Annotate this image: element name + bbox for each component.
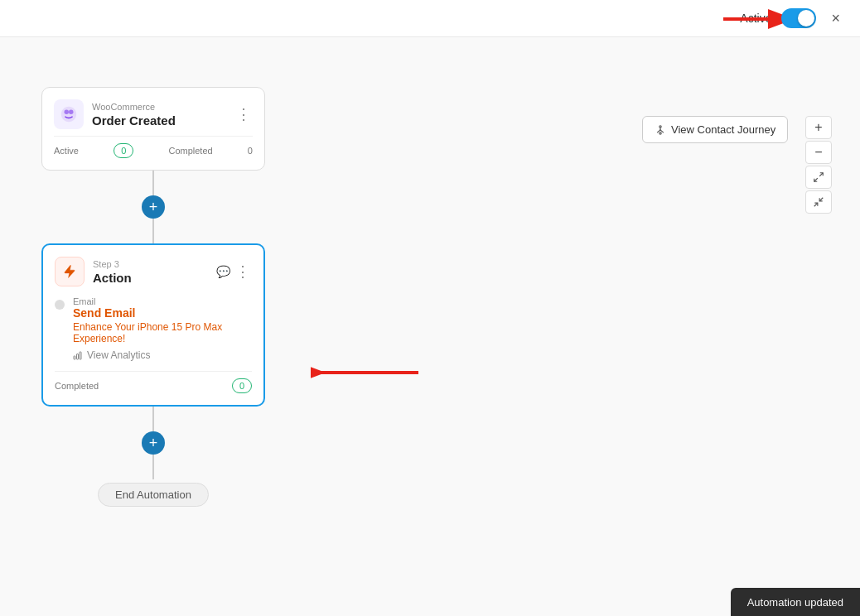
action-menu-button[interactable]: ⋮ [234,264,252,279]
connector-line-2 [152,219,154,243]
active-toggle[interactable] [781,8,816,28]
svg-point-12 [69,110,74,115]
connector-line-1 [152,171,154,195]
analytics-icon [73,350,83,360]
svg-rect-15 [80,352,81,359]
connector-2: + [142,407,165,479]
trigger-node-header: WooCommerce Order Created ⋮ [54,99,253,129]
analytics-label: View Analytics [87,349,150,361]
trigger-title: Order Created [92,113,226,128]
trigger-menu-button[interactable]: ⋮ [234,107,253,122]
svg-line-8 [814,178,818,181]
action-icon [55,257,85,286]
svg-point-11 [65,110,70,115]
connector-1: + [142,171,165,243]
connector-line-4 [152,455,154,479]
close-button[interactable]: × [826,9,845,27]
svg-line-9 [814,203,818,206]
zoom-fit2-button[interactable] [805,190,832,214]
end-automation-label: End Automation [115,488,191,501]
zoom-controls: + − [805,116,832,214]
trigger-node-footer: Active 0 Completed 0 [54,136,253,158]
end-automation-node: End Automation [98,483,209,507]
action-email-name: Send Email [73,306,252,320]
action-title: Action [93,271,132,285]
expand-icon [813,171,824,183]
lightning-icon [62,264,77,279]
action-content: Email Send Email Enhance Your iPhone 15 … [73,296,252,361]
trigger-active-count: 0 [114,143,133,158]
action-email-desc: Enhance Your iPhone 15 Pro Max Experienc… [73,321,252,344]
automation-canvas: View Contact Journey + − [0,37,860,616]
view-contact-journey-button[interactable]: View Contact Journey [642,116,788,143]
svg-point-4 [659,132,661,133]
trigger-completed-count: 0 [248,146,253,156]
action-inner: Email Send Email Enhance Your iPhone 15 … [55,290,252,368]
automation-updated-toast: Automation updated [731,588,860,616]
svg-rect-14 [77,354,79,360]
red-arrow-left-icon [311,360,418,385]
zoom-fit1-button[interactable] [805,166,832,189]
svg-line-7 [819,173,823,176]
action-step-label: Step 3 [93,259,132,269]
svg-rect-13 [74,356,75,359]
toggle-knob [798,10,814,26]
svg-line-10 [819,198,823,201]
woocommerce-icon [54,99,84,129]
flow-container: WooCommerce Order Created ⋮ Active 0 Com… [41,87,265,507]
action-node-footer: Completed 0 [55,371,252,393]
trigger-title-block: WooCommerce Order Created [92,102,226,128]
trigger-active-label: Active [54,146,79,156]
action-dot [55,300,65,310]
action-completed-count: 0 [232,378,252,393]
trigger-node: WooCommerce Order Created ⋮ Active 0 Com… [41,87,265,171]
zoom-out-button[interactable]: − [805,141,832,164]
comment-icon[interactable]: 💬 [216,265,230,278]
journey-icon [655,124,666,136]
trigger-subtitle: WooCommerce [92,102,226,112]
action-email-type: Email [73,296,252,306]
action-title-block: Step 3 Action [93,259,132,285]
top-bar: Active × [0,0,860,37]
action-completed-label: Completed [55,381,99,391]
action-node: Step 3 Action 💬 ⋮ Email Send Email Enhan… [41,243,265,407]
analytics-link[interactable]: View Analytics [73,349,252,361]
add-step-button-1[interactable]: + [142,195,165,219]
compress-icon [813,196,824,208]
view-journey-label: View Contact Journey [671,123,775,136]
action-buttons-row: 💬 ⋮ [216,264,252,279]
add-step-button-2[interactable]: + [142,431,165,455]
connector-line-3 [152,407,154,431]
zoom-in-button[interactable]: + [805,116,832,139]
toast-message: Automation updated [747,596,843,609]
trigger-completed-label: Completed [168,146,212,156]
